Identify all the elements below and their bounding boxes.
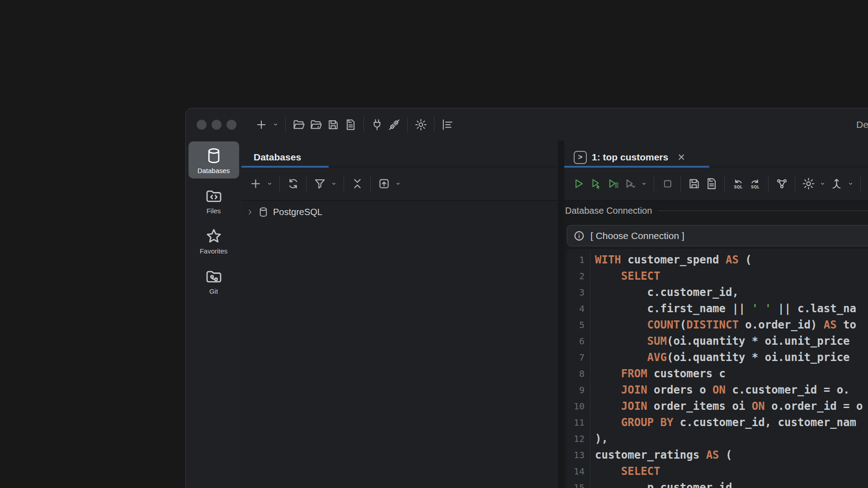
sidebar-item-git[interactable]: Git	[189, 262, 239, 299]
svg-text:SQL: SQL	[750, 185, 759, 189]
line-number: 4	[567, 300, 585, 317]
stop-button[interactable]	[659, 175, 676, 192]
traffic-lights	[197, 120, 236, 130]
code-line: SUM(oi.quantity * oi.unit_price	[595, 333, 863, 349]
sql-redo-icon: SQL	[749, 177, 762, 190]
explain-plan-button[interactable]	[621, 175, 638, 192]
tree-item-postgresql[interactable]: PostgreSQL	[246, 204, 322, 220]
close-button[interactable]	[197, 120, 207, 130]
line-number: 11	[567, 414, 585, 431]
tab-top-customers[interactable]: > 1: top customers ×	[574, 151, 685, 164]
files-folder-icon	[205, 187, 223, 205]
sidebar-item-files[interactable]: Files	[189, 182, 239, 219]
save-as-icon	[705, 177, 718, 190]
plug-disconnect-button[interactable]	[386, 116, 403, 133]
sidebar-item-label: Git	[209, 287, 218, 295]
save-icon	[688, 177, 701, 190]
pull-up-icon	[830, 177, 843, 190]
code-line: ),	[595, 431, 863, 447]
chevron-down-button[interactable]	[270, 116, 281, 133]
minimize-button[interactable]	[212, 120, 222, 130]
export-box-button[interactable]	[375, 175, 392, 192]
folder-open-button[interactable]	[290, 116, 307, 133]
line-number: 5	[567, 317, 585, 333]
execute-script-button[interactable]	[604, 175, 621, 192]
zoom-button[interactable]	[226, 120, 236, 130]
flow-icon	[775, 177, 788, 190]
save-as-button[interactable]	[703, 175, 720, 192]
toolbar-separator	[363, 117, 364, 132]
save-as-icon	[344, 118, 357, 131]
toolbar-separator	[768, 176, 769, 192]
sql-code-editor[interactable]: 123456789101112131415 WITH customer_spen…	[567, 249, 868, 488]
toolbar-separator	[434, 117, 434, 132]
chevron-down-button[interactable]	[392, 175, 403, 192]
plug-disconnect-icon	[388, 118, 401, 131]
refresh-button[interactable]	[284, 175, 302, 192]
plus-button[interactable]	[253, 116, 270, 133]
chevron-down-button[interactable]	[845, 175, 856, 192]
toolbar-separator	[860, 176, 861, 192]
database-tree: PostgreSQL	[241, 201, 558, 488]
collapse-all-button[interactable]	[349, 175, 366, 192]
git-folder-icon	[205, 267, 223, 286]
gear-icon	[415, 118, 427, 131]
chevron-down-button[interactable]	[638, 175, 649, 192]
window-title: De	[856, 119, 868, 130]
desktop: { "window": { "title_fragment": "De", "t…	[0, 0, 868, 488]
code-line: FROM customers c	[595, 366, 863, 382]
code-line: JOIN orders o ON c.customer_id = o.	[595, 382, 863, 398]
execute-button[interactable]	[570, 175, 587, 192]
bar-chart-button[interactable]	[439, 116, 456, 133]
code-text: WITH customer_spend AS ( SELECT c.custom…	[590, 252, 863, 488]
collapse-all-icon	[351, 177, 364, 190]
save-button[interactable]	[325, 116, 342, 133]
toolbar-separator	[654, 176, 654, 192]
plus-icon	[255, 118, 268, 131]
save-as-button[interactable]	[342, 116, 359, 133]
app-window: De DatabasesFilesFavoritesGit Databases …	[185, 108, 868, 488]
pull-up-button[interactable]	[828, 175, 845, 192]
explain-plan-icon	[623, 177, 637, 190]
sidebar-item-databases[interactable]: Databases	[189, 141, 239, 178]
gear-button[interactable]	[800, 175, 817, 192]
close-tab-icon[interactable]: ×	[678, 151, 685, 164]
line-number: 13	[567, 447, 585, 463]
choose-connection-dropdown[interactable]: [ Choose Connection ]	[567, 225, 868, 246]
plug-connect-button[interactable]	[368, 116, 386, 133]
tab-databases[interactable]: Databases	[254, 152, 301, 163]
titlebar-toolbar	[253, 116, 456, 133]
database-panel-toolbar	[241, 167, 558, 201]
execute-new-tab-button[interactable]	[587, 175, 604, 192]
export-box-icon	[377, 177, 391, 190]
connection-group-label: Database Connection	[565, 206, 652, 216]
chevron-down-button[interactable]	[264, 175, 275, 192]
toolbar-separator	[306, 176, 307, 192]
chevron-down-button[interactable]	[328, 175, 339, 192]
main-area: DatabasesFilesFavoritesGit Databases Pos…	[186, 141, 868, 488]
filter-button[interactable]	[311, 175, 328, 192]
database-navigator-panel: Databases PostgreSQL	[241, 141, 558, 488]
chevron-down-icon	[819, 180, 826, 187]
plus-button[interactable]	[247, 175, 264, 192]
connection-group: Database Connection	[564, 201, 868, 221]
execute-script-icon	[606, 177, 619, 190]
gear-button[interactable]	[412, 116, 429, 133]
panel-splitter[interactable]	[558, 141, 564, 488]
sql-redo-button[interactable]: SQL	[746, 175, 764, 192]
connection-value: [ Choose Connection ]	[590, 230, 684, 241]
chevron-down-button[interactable]	[817, 175, 828, 192]
folder-open-recent-button[interactable]	[307, 116, 325, 133]
flow-button[interactable]	[773, 175, 790, 192]
toolbar-separator	[407, 117, 408, 132]
sql-undo-button[interactable]: SQL	[729, 175, 746, 192]
code-line: WITH customer_spend AS (	[595, 252, 863, 268]
sidebar-item-favorites[interactable]: Favorites	[189, 222, 239, 259]
editor-tabbar: > 1: top customers ×	[564, 141, 868, 167]
save-button[interactable]	[685, 175, 703, 192]
stop-icon	[661, 177, 674, 190]
plug-connect-icon	[371, 118, 383, 131]
expand-chevron-icon[interactable]	[246, 208, 254, 216]
execute-new-tab-icon	[589, 177, 602, 190]
toolbar-separator	[344, 176, 344, 192]
